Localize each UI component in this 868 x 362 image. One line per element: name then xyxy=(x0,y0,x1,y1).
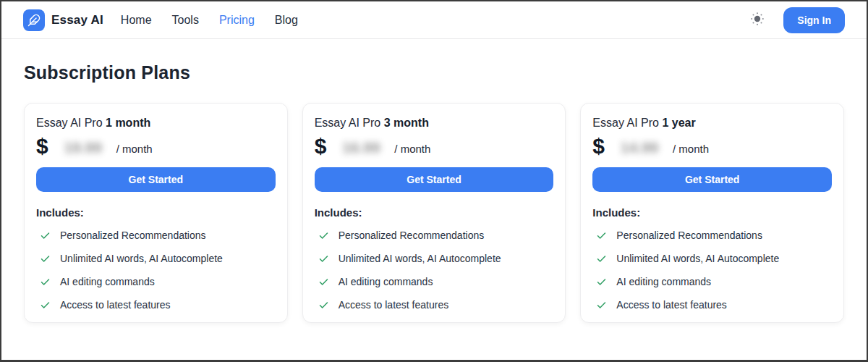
feature-item: Unlimited AI words, AI Autocomplete xyxy=(592,253,832,264)
plan-card-1-month: Essay AI Pro 1 month $ 19.99 / month Get… xyxy=(24,103,288,323)
feature-item: Personalized Recommendations xyxy=(315,230,554,241)
plan-cards: Essay AI Pro 1 month $ 19.99 / month Get… xyxy=(24,103,844,323)
currency-symbol: $ xyxy=(592,135,605,157)
check-icon xyxy=(40,230,51,241)
includes-label: Includes: xyxy=(315,206,554,219)
feather-icon xyxy=(23,9,45,31)
plan-price: $ 16.99 / month xyxy=(315,135,554,157)
pricing-page: Subscription Plans Essay AI Pro 1 month … xyxy=(1,62,867,323)
check-icon xyxy=(318,253,329,264)
feature-item: Personalized Recommendations xyxy=(36,230,276,241)
feature-item: Unlimited AI words, AI Autocomplete xyxy=(36,253,276,264)
billing-period: / month xyxy=(116,143,153,155)
feature-item: Access to latest features xyxy=(592,299,832,311)
feature-label: Personalized Recommendations xyxy=(339,230,485,241)
plan-card-3-month: Essay AI Pro 3 month $ 16.99 / month Get… xyxy=(302,103,566,323)
check-icon xyxy=(40,277,51,287)
sign-in-button[interactable]: Sign In xyxy=(783,7,845,33)
feature-label: Access to latest features xyxy=(616,299,727,311)
check-icon xyxy=(596,277,607,287)
brand-home-link[interactable]: Essay AI xyxy=(23,9,103,31)
feature-item: Personalized Recommendations xyxy=(592,230,832,241)
check-icon xyxy=(596,230,607,241)
plan-name: Essay AI Pro 1 month xyxy=(36,117,276,130)
nav-item-pricing[interactable]: Pricing xyxy=(219,14,255,27)
feature-item: Access to latest features xyxy=(36,299,276,311)
feature-item: AI editing commands xyxy=(36,276,276,287)
feature-label: Access to latest features xyxy=(339,299,449,311)
get-started-button[interactable]: Get Started xyxy=(315,167,554,192)
feature-label: AI editing commands xyxy=(616,276,711,287)
nav-item-blog[interactable]: Blog xyxy=(275,14,298,27)
check-icon xyxy=(40,300,51,311)
plan-name: Essay AI Pro 1 year xyxy=(592,117,832,130)
masked-price-value: 14.99 xyxy=(609,139,670,156)
includes-label: Includes: xyxy=(592,206,832,219)
brand-name: Essay AI xyxy=(51,13,103,28)
main-nav: Home Tools Pricing Blog xyxy=(121,14,298,27)
plan-card-1-year: Essay AI Pro 1 year $ 14.99 / month Get … xyxy=(580,103,844,323)
feature-label: AI editing commands xyxy=(339,276,433,287)
plan-term: 1 month xyxy=(106,117,150,129)
plan-price: $ 19.99 / month xyxy=(36,135,276,157)
check-icon xyxy=(318,230,329,241)
feature-label: Access to latest features xyxy=(60,299,171,311)
header-actions: Sign In xyxy=(749,7,845,33)
feature-item: AI editing commands xyxy=(592,276,832,287)
plan-price: $ 14.99 / month xyxy=(592,135,832,157)
sun-icon xyxy=(750,12,765,28)
masked-price-value: 19.99 xyxy=(53,139,114,156)
feature-item: AI editing commands xyxy=(315,276,554,287)
feature-label: Personalized Recommendations xyxy=(616,230,762,241)
nav-item-home[interactable]: Home xyxy=(121,14,152,27)
currency-symbol: $ xyxy=(315,135,327,157)
billing-period: / month xyxy=(394,143,430,155)
plan-name: Essay AI Pro 3 month xyxy=(315,117,554,130)
page-title: Subscription Plans xyxy=(24,62,844,83)
plan-term: 3 month xyxy=(384,117,429,129)
nav-item-tools[interactable]: Tools xyxy=(172,14,199,27)
check-icon xyxy=(318,277,329,287)
feature-label: Unlimited AI words, AI Autocomplete xyxy=(60,253,223,264)
feature-label: AI editing commands xyxy=(60,276,155,287)
billing-period: / month xyxy=(673,143,709,155)
masked-price-value: 16.99 xyxy=(331,139,391,156)
includes-label: Includes: xyxy=(36,206,276,219)
feature-item: Access to latest features xyxy=(315,299,554,311)
app-window: Essay AI Home Tools Pricing Blog xyxy=(0,0,868,362)
check-icon xyxy=(596,253,607,264)
feature-label: Personalized Recommendations xyxy=(60,230,206,241)
feature-item: Unlimited AI words, AI Autocomplete xyxy=(315,253,554,264)
top-navbar: Essay AI Home Tools Pricing Blog xyxy=(1,1,867,39)
get-started-button[interactable]: Get Started xyxy=(36,167,276,192)
feature-label: Unlimited AI words, AI Autocomplete xyxy=(339,253,501,264)
currency-symbol: $ xyxy=(36,135,48,157)
check-icon xyxy=(318,300,329,311)
feature-label: Unlimited AI words, AI Autocomplete xyxy=(616,253,779,264)
check-icon xyxy=(40,253,51,264)
check-icon xyxy=(596,300,607,311)
plan-term: 1 year xyxy=(662,117,695,129)
get-started-button[interactable]: Get Started xyxy=(592,167,832,192)
theme-toggle-button[interactable] xyxy=(749,10,766,30)
